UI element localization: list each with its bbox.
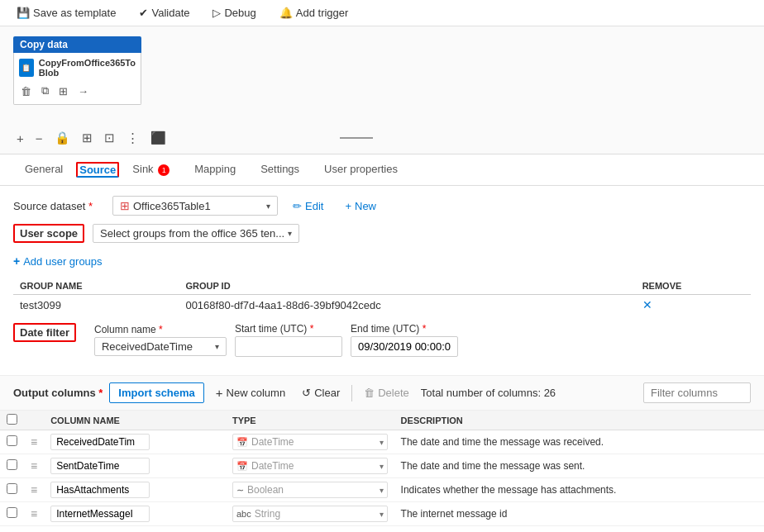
drag-handle[interactable]: ≡ <box>24 478 44 502</box>
canvas-toolbar: + − 🔒 ⊞ ⊡ ⋮ ⬛ <box>13 129 373 147</box>
col-name-cell <box>44 478 226 502</box>
col-description-cell: Indicates whether the message has attach… <box>394 478 764 502</box>
new-column-plus-icon: + <box>216 386 223 400</box>
type-select[interactable]: ∼ Boolean ▾ <box>232 482 388 498</box>
add-groups-row: + Add user groups <box>13 251 751 271</box>
group-name-header: GROUP NAME <box>13 278 179 295</box>
copy-activity-button[interactable]: ⧉ <box>40 83 50 99</box>
col-description-cell: The date and time the message was receiv… <box>394 430 764 454</box>
col-name-input[interactable] <box>50 482 150 498</box>
column-name-label: Column name * <box>94 324 227 335</box>
filter-columns-input[interactable] <box>643 382 751 403</box>
remove-icon[interactable]: ✕ <box>642 298 652 311</box>
activity-card: 📋 CopyFromOffice365ToBlob <box>19 58 136 78</box>
tab-source[interactable]: Source <box>76 162 119 178</box>
description-text: The date and time the message was sent. <box>401 460 585 472</box>
description-header: DESCRIPTION <box>394 411 764 430</box>
top-toolbar: 💾 Save as template ✔ Validate ▷ Debug 🔔 … <box>0 0 764 26</box>
remove-cell[interactable]: ✕ <box>636 295 751 316</box>
type-select[interactable]: abc String ▾ <box>232 506 388 522</box>
dataset-select[interactable]: ⊞ Office365Table1 ▾ <box>112 196 278 216</box>
clone-activity-button[interactable]: ⊞ <box>57 83 69 99</box>
columns-table-header-row: COLUMN NAME TYPE DESCRIPTION <box>0 411 764 430</box>
auto-fit-button[interactable]: ⊞ <box>79 129 96 147</box>
select-button[interactable]: ⊡ <box>101 129 118 147</box>
lock-button[interactable]: 🔒 <box>51 129 74 147</box>
start-time-input[interactable] <box>235 336 342 357</box>
arrange-button[interactable]: ⋮ <box>123 129 142 147</box>
tab-sink[interactable]: Sink 1 <box>121 156 181 184</box>
row-checkbox[interactable] <box>7 483 17 494</box>
type-select[interactable]: 📅 DateTime ▾ <box>232 434 388 450</box>
zoom-out-button[interactable]: − <box>32 130 46 147</box>
tab-settings[interactable]: Settings <box>249 156 311 183</box>
type-dropdown-icon: ▾ <box>380 510 384 519</box>
add-trigger-button[interactable]: 🔔 Add trigger <box>276 5 352 21</box>
type-dropdown-icon: ▾ <box>380 462 384 471</box>
col-type-cell: ∼ Boolean ▾ <box>226 478 394 502</box>
date-filter-fields: Column name * ReceivedDateTime ▾ Start t… <box>94 323 458 357</box>
new-column-button[interactable]: + New column <box>211 382 290 403</box>
col-name-input[interactable] <box>50 506 150 522</box>
groups-table: GROUP NAME GROUP ID REMOVE test3099 0016… <box>13 278 751 315</box>
delete-activity-button[interactable]: 🗑 <box>19 83 33 99</box>
type-header: TYPE <box>226 411 394 430</box>
column-name-header: COLUMN NAME <box>44 411 226 430</box>
col-name-cell <box>44 454 226 478</box>
connect-activity-button[interactable]: → <box>76 83 90 99</box>
col-name-input[interactable] <box>50 458 150 474</box>
tab-general[interactable]: General <box>13 156 74 183</box>
clear-button[interactable]: ↺ Clear <box>297 383 345 402</box>
user-scope-select[interactable]: Select groups from the office 365 ten...… <box>93 224 299 243</box>
start-time-label: Start time (UTC) * <box>235 323 342 335</box>
import-schema-button[interactable]: Import schema <box>109 382 203 403</box>
type-text: String <box>255 508 378 520</box>
type-icon: 📅 <box>236 437 248 448</box>
col-description-cell: The date and time the message was sent. <box>394 454 764 478</box>
debug-button[interactable]: ▷ Debug <box>209 5 259 21</box>
type-text: Boolean <box>247 484 378 496</box>
drag-handle[interactable]: ≡ <box>24 430 44 454</box>
total-columns-label: Total number of columns: 26 <box>421 387 556 399</box>
add-user-groups-button[interactable]: + Add user groups <box>13 251 103 271</box>
new-button[interactable]: + New <box>338 197 383 216</box>
row-checkbox[interactable] <box>7 435 17 446</box>
tab-user-properties[interactable]: User properties <box>313 156 409 183</box>
validate-button[interactable]: ✔ Validate <box>136 5 193 21</box>
row-checkbox[interactable] <box>7 507 17 518</box>
card-actions: 🗑 ⧉ ⊞ → <box>19 83 136 99</box>
row-checkbox[interactable] <box>7 459 17 470</box>
tabs-bar: General Source Sink 1 Mapping Settings U… <box>0 154 764 186</box>
type-select[interactable]: 📅 DateTime ▾ <box>232 458 388 474</box>
drag-handle[interactable]: ≡ <box>24 526 44 529</box>
copy-data-box: Copy data 📋 CopyFromOffice365ToBlob 🗑 ⧉ … <box>13 36 141 105</box>
col-name-input[interactable] <box>50 434 150 450</box>
columns-table-container: COLUMN NAME TYPE DESCRIPTION ≡ 📅 DateTim… <box>0 411 764 528</box>
copy-data-header: Copy data <box>13 36 141 53</box>
type-dropdown-icon: ▾ <box>380 438 384 447</box>
dataset-label: Source dataset * <box>13 200 104 212</box>
description-text: Indicates whether the message has attach… <box>401 484 617 496</box>
drag-handle[interactable]: ≡ <box>24 502 44 526</box>
divider <box>351 385 352 401</box>
checkbox-header <box>0 411 24 430</box>
save-template-button[interactable]: 💾 Save as template <box>13 5 119 21</box>
edit-button[interactable]: ✏ Edit <box>286 197 330 216</box>
group-id-header: GROUP ID <box>179 278 635 295</box>
output-columns-header: Output columns * Import schema + New col… <box>0 375 764 411</box>
delete-icon: 🗑 <box>364 387 375 399</box>
zoom-in-button[interactable]: + <box>13 130 27 147</box>
save-template-icon: 💾 <box>17 7 30 19</box>
output-columns-label: Output columns * <box>13 387 103 399</box>
select-all-checkbox[interactable] <box>7 414 17 425</box>
col-type-cell: abc String ▾ <box>226 502 394 526</box>
dataset-dropdown-icon: ▾ <box>266 202 270 211</box>
column-name-select[interactable]: ReceivedDateTime ▾ <box>94 337 227 356</box>
source-panel: Source dataset * ⊞ Office365Table1 ▾ ✏ E… <box>0 186 764 375</box>
end-time-input[interactable] <box>351 336 458 357</box>
tab-mapping[interactable]: Mapping <box>183 156 247 183</box>
activity-icon: 📋 <box>19 59 34 77</box>
col-type-cell: 📅 DateTime ▾ <box>226 454 394 478</box>
more-options-button[interactable]: ⬛ <box>147 129 170 147</box>
drag-handle[interactable]: ≡ <box>24 454 44 478</box>
